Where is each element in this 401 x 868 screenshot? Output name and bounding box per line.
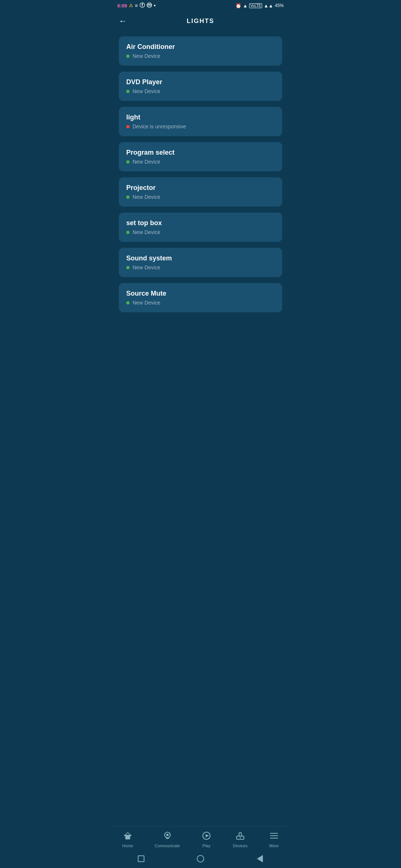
system-home-button[interactable] bbox=[196, 855, 205, 863]
device-status-dvd-player: New Device bbox=[126, 88, 275, 94]
status-dot-source-mute bbox=[126, 301, 130, 305]
status-dot-program-select bbox=[126, 160, 130, 164]
nav-items-container: Home Communicate Play bbox=[111, 829, 290, 849]
device-card-source-mute[interactable]: Source MuteNew Device bbox=[119, 283, 282, 312]
play-label: Play bbox=[202, 844, 210, 848]
alarm-icon: ⏰ bbox=[235, 3, 241, 9]
triangle-icon bbox=[257, 855, 263, 862]
status-text-sound-system: New Device bbox=[133, 264, 160, 270]
notification-icon: ≡ bbox=[135, 3, 138, 9]
time-display: 6:09 bbox=[117, 3, 127, 9]
device-card-set-top-box[interactable]: set top boxNew Device bbox=[119, 213, 282, 242]
device-card-program-select[interactable]: Program selectNew Device bbox=[119, 142, 282, 171]
svg-rect-2 bbox=[127, 838, 129, 839]
svg-point-9 bbox=[239, 837, 241, 838]
device-status-light: Device is unresponsive bbox=[126, 124, 275, 129]
communicate-icon bbox=[163, 831, 172, 842]
devices-icon bbox=[235, 831, 245, 842]
messenger-icon: ⓜ bbox=[147, 2, 152, 9]
page-header: ← LIGHTS bbox=[111, 10, 290, 32]
nav-item-more[interactable]: More bbox=[265, 829, 283, 849]
home-icon bbox=[123, 831, 133, 842]
devices-label: Devices bbox=[233, 844, 247, 848]
bottom-navigation: Home Communicate Play bbox=[111, 826, 290, 851]
device-name-dvd-player: DVD Player bbox=[126, 78, 275, 86]
status-dot-set-top-box bbox=[126, 231, 130, 234]
device-list: Air ConditionerNew DeviceDVD PlayerNew D… bbox=[111, 32, 290, 826]
warning-icon: ⚠ bbox=[129, 3, 133, 8]
system-navigation bbox=[111, 851, 290, 868]
back-button[interactable]: ← bbox=[119, 15, 130, 27]
device-name-air-conditioner: Air Conditioner bbox=[126, 43, 275, 51]
device-name-set-top-box: set top box bbox=[126, 219, 275, 227]
wifi-icon: ▲ bbox=[243, 3, 248, 9]
status-text-projector: New Device bbox=[133, 194, 160, 200]
device-status-air-conditioner: New Device bbox=[126, 53, 275, 59]
nav-item-play[interactable]: Play bbox=[197, 829, 216, 849]
device-name-light: light bbox=[126, 114, 275, 121]
status-bar: 6:09 ⚠ ≡ ⓕ ⓜ • ⏰ ▲ VoLTE ▲▲ 45% bbox=[111, 0, 290, 10]
status-dot-light bbox=[126, 125, 130, 128]
nav-item-communicate[interactable]: Communicate bbox=[150, 829, 185, 849]
device-status-program-select: New Device bbox=[126, 159, 275, 165]
svg-point-5 bbox=[166, 834, 169, 836]
status-text-program-select: New Device bbox=[133, 159, 160, 165]
more-icon bbox=[269, 831, 279, 842]
communicate-label: Communicate bbox=[155, 844, 180, 848]
status-text-dvd-player: New Device bbox=[133, 88, 160, 94]
device-status-projector: New Device bbox=[126, 194, 275, 200]
status-dot-projector bbox=[126, 195, 130, 199]
status-text-light: Device is unresponsive bbox=[133, 124, 186, 129]
more-label: More bbox=[269, 844, 278, 848]
device-status-source-mute: New Device bbox=[126, 300, 275, 306]
dot-icon: • bbox=[154, 3, 156, 9]
home-label: Home bbox=[122, 844, 133, 848]
page-title: LIGHTS bbox=[130, 17, 271, 25]
status-time-area: 6:09 ⚠ ≡ ⓕ ⓜ • bbox=[117, 2, 156, 9]
device-card-air-conditioner[interactable]: Air ConditionerNew Device bbox=[119, 36, 282, 66]
device-status-sound-system: New Device bbox=[126, 264, 275, 270]
play-icon bbox=[202, 831, 211, 842]
device-card-dvd-player[interactable]: DVD PlayerNew Device bbox=[119, 72, 282, 101]
device-card-projector[interactable]: ProjectorNew Device bbox=[119, 177, 282, 207]
status-right-area: ⏰ ▲ VoLTE ▲▲ 45% bbox=[235, 3, 284, 9]
status-dot-sound-system bbox=[126, 266, 130, 269]
device-name-projector: Projector bbox=[126, 184, 275, 192]
status-text-source-mute: New Device bbox=[133, 300, 160, 306]
nav-item-devices[interactable]: Devices bbox=[228, 829, 252, 849]
signal-icon: ▲▲ bbox=[264, 3, 273, 9]
system-square-button[interactable] bbox=[137, 855, 145, 863]
device-card-sound-system[interactable]: Sound systemNew Device bbox=[119, 248, 282, 277]
square-icon bbox=[138, 855, 144, 862]
device-name-source-mute: Source Mute bbox=[126, 290, 275, 297]
device-name-program-select: Program select bbox=[126, 149, 275, 157]
status-text-air-conditioner: New Device bbox=[133, 53, 160, 59]
system-back-button[interactable] bbox=[256, 855, 264, 863]
battery-display: 45% bbox=[275, 3, 284, 8]
device-card-light[interactable]: lightDevice is unresponsive bbox=[119, 107, 282, 136]
nav-item-home[interactable]: Home bbox=[118, 829, 137, 849]
device-status-set-top-box: New Device bbox=[126, 229, 275, 235]
status-dot-air-conditioner bbox=[126, 55, 130, 58]
circle-icon bbox=[197, 855, 204, 862]
back-arrow-icon: ← bbox=[119, 16, 127, 26]
status-text-set-top-box: New Device bbox=[133, 229, 160, 235]
status-dot-dvd-player bbox=[126, 90, 130, 93]
device-name-sound-system: Sound system bbox=[126, 254, 275, 262]
facebook-icon: ⓕ bbox=[140, 2, 145, 9]
svg-marker-7 bbox=[206, 834, 209, 838]
lte-icon: VoLTE bbox=[249, 3, 262, 8]
